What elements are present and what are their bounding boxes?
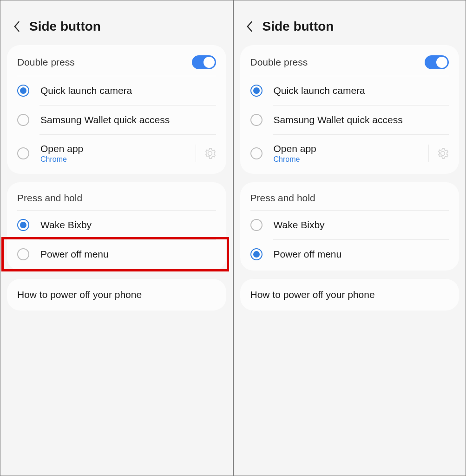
radio-content: Power off menu: [40, 249, 216, 260]
gear-icon[interactable]: [437, 147, 449, 159]
header: Side button: [0, 14, 233, 45]
radio-content: Quick launch camera: [274, 85, 449, 96]
press-hold-label: Press and hold: [17, 192, 82, 204]
radio-label: Quick launch camera: [274, 85, 449, 96]
double-press-section: Double press Quick launch camera Samsung…: [7, 45, 226, 174]
double-press-header[interactable]: Double press: [7, 47, 226, 76]
double-press-header[interactable]: Double press: [240, 47, 459, 76]
press-hold-section: Press and hold Wake Bixby Power off menu: [7, 182, 226, 271]
radio-open-app[interactable]: Open app Chrome: [240, 135, 459, 172]
divider: [196, 145, 196, 162]
radio-label: Samsung Wallet quick access: [274, 114, 449, 126]
back-icon[interactable]: [12, 22, 21, 31]
radio-icon[interactable]: [17, 248, 29, 260]
double-press-label: Double press: [17, 57, 75, 68]
radio-label: Wake Bixby: [40, 219, 216, 231]
help-text: How to power off your phone: [250, 289, 375, 300]
double-press-toggle[interactable]: [192, 55, 216, 69]
press-hold-label: Press and hold: [250, 192, 315, 204]
radio-label: Open app: [40, 143, 204, 154]
radio-icon[interactable]: [17, 147, 29, 159]
radio-content: Wake Bixby: [274, 219, 449, 231]
radio-content: Open app Chrome: [274, 143, 437, 164]
radio-content: Samsung Wallet quick access: [274, 114, 449, 126]
radio-content: Open app Chrome: [40, 143, 204, 164]
radio-label: Quick launch camera: [40, 85, 216, 96]
radio-quick-launch-camera[interactable]: Quick launch camera: [240, 76, 459, 105]
radio-label: Power off menu: [274, 249, 449, 260]
radio-sublabel: Chrome: [274, 155, 437, 164]
radio-icon[interactable]: [17, 85, 29, 97]
back-icon[interactable]: [245, 22, 254, 31]
divider: [428, 145, 429, 162]
radio-content: Wake Bixby: [40, 219, 216, 231]
press-hold-section: Press and hold Wake Bixby Power off menu: [240, 182, 459, 271]
radio-power-off-menu[interactable]: Power off menu: [7, 240, 226, 269]
radio-label: Power off menu: [40, 249, 216, 260]
radio-icon[interactable]: [250, 85, 263, 97]
radio-label: Samsung Wallet quick access: [40, 114, 216, 126]
radio-content: Samsung Wallet quick access: [40, 114, 216, 126]
settings-panel-right: Side button Double press Quick launch ca…: [233, 0, 466, 476]
radio-content: Power off menu: [274, 249, 449, 260]
press-hold-header: Press and hold: [240, 184, 459, 210]
double-press-section: Double press Quick launch camera Samsung…: [240, 45, 459, 174]
radio-label: Open app: [274, 143, 437, 154]
radio-icon[interactable]: [250, 114, 263, 126]
help-text: How to power off your phone: [17, 289, 142, 300]
radio-sublabel: Chrome: [40, 155, 204, 164]
radio-quick-launch-camera[interactable]: Quick launch camera: [7, 76, 226, 105]
double-press-toggle[interactable]: [425, 55, 449, 69]
radio-wake-bixby[interactable]: Wake Bixby: [7, 211, 226, 239]
radio-content: Quick launch camera: [40, 85, 216, 96]
help-link[interactable]: How to power off your phone: [240, 279, 459, 311]
radio-samsung-wallet[interactable]: Samsung Wallet quick access: [240, 106, 459, 134]
radio-icon[interactable]: [250, 219, 263, 231]
radio-open-app[interactable]: Open app Chrome: [7, 135, 226, 172]
radio-icon[interactable]: [17, 219, 29, 231]
gear-icon[interactable]: [204, 147, 216, 159]
radio-icon[interactable]: [250, 147, 263, 159]
radio-icon[interactable]: [17, 114, 29, 126]
radio-label: Wake Bixby: [274, 219, 449, 231]
radio-wake-bixby[interactable]: Wake Bixby: [240, 211, 459, 239]
help-link[interactable]: How to power off your phone: [7, 279, 226, 311]
radio-power-off-menu[interactable]: Power off menu: [240, 240, 459, 269]
radio-samsung-wallet[interactable]: Samsung Wallet quick access: [7, 106, 226, 134]
page-title: Side button: [263, 19, 334, 34]
press-hold-header: Press and hold: [7, 184, 226, 210]
header: Side button: [234, 14, 466, 45]
page-title: Side button: [29, 19, 101, 34]
radio-icon[interactable]: [250, 248, 263, 260]
double-press-label: Double press: [250, 57, 308, 68]
settings-panel-left: Side button Double press Quick launch ca…: [0, 0, 233, 476]
